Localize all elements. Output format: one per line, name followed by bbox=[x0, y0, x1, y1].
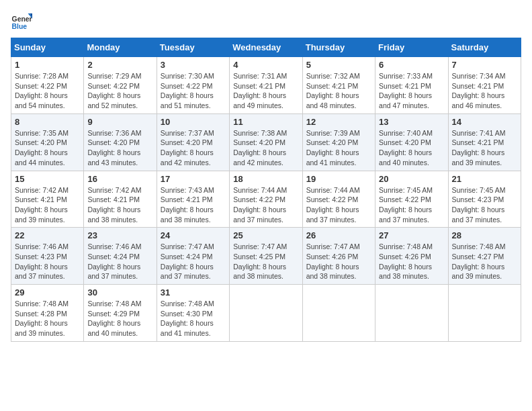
week-row-4: 22 Sunrise: 7:46 AMSunset: 4:23 PMDaylig… bbox=[11, 228, 521, 285]
day-number: 10 bbox=[161, 117, 226, 127]
calendar-table: SundayMondayTuesdayWednesdayThursdayFrid… bbox=[11, 38, 521, 342]
day-cell: 9 Sunrise: 7:36 AMSunset: 4:20 PMDayligh… bbox=[84, 113, 157, 171]
day-cell: 13 Sunrise: 7:40 AMSunset: 4:20 PMDaylig… bbox=[375, 113, 448, 171]
day-cell: 7 Sunrise: 7:34 AMSunset: 4:21 PMDayligh… bbox=[448, 57, 521, 114]
day-cell: 27 Sunrise: 7:48 AMSunset: 4:26 PMDaylig… bbox=[375, 228, 448, 285]
day-detail: Sunrise: 7:45 AMSunset: 4:22 PMDaylight:… bbox=[379, 185, 444, 225]
day-detail: Sunrise: 7:48 AMSunset: 4:27 PMDaylight:… bbox=[452, 242, 517, 281]
day-cell: 10 Sunrise: 7:37 AMSunset: 4:20 PMDaylig… bbox=[157, 113, 229, 171]
day-number: 7 bbox=[452, 60, 517, 70]
day-detail: Sunrise: 7:34 AMSunset: 4:21 PMDaylight:… bbox=[452, 71, 517, 111]
day-cell: 16 Sunrise: 7:42 AMSunset: 4:21 PMDaylig… bbox=[84, 171, 157, 228]
day-cell: 5 Sunrise: 7:32 AMSunset: 4:21 PMDayligh… bbox=[302, 57, 375, 114]
day-cell: 8 Sunrise: 7:35 AMSunset: 4:20 PMDayligh… bbox=[11, 113, 84, 171]
header-cell-tuesday: Tuesday bbox=[157, 38, 229, 57]
day-detail: Sunrise: 7:29 AMSunset: 4:22 PMDaylight:… bbox=[87, 71, 152, 111]
day-number: 19 bbox=[306, 174, 371, 184]
header-cell-thursday: Thursday bbox=[302, 38, 375, 57]
day-cell bbox=[302, 285, 375, 342]
week-row-3: 15 Sunrise: 7:42 AMSunset: 4:21 PMDaylig… bbox=[11, 171, 521, 228]
day-detail: Sunrise: 7:36 AMSunset: 4:20 PMDaylight:… bbox=[87, 128, 152, 168]
day-detail: Sunrise: 7:48 AMSunset: 4:29 PMDaylight:… bbox=[87, 299, 152, 338]
day-cell: 3 Sunrise: 7:30 AMSunset: 4:22 PMDayligh… bbox=[157, 57, 229, 114]
header-cell-friday: Friday bbox=[375, 38, 448, 57]
day-number: 2 bbox=[87, 60, 152, 70]
day-detail: Sunrise: 7:44 AMSunset: 4:22 PMDaylight:… bbox=[306, 185, 371, 225]
week-row-2: 8 Sunrise: 7:35 AMSunset: 4:20 PMDayligh… bbox=[11, 113, 521, 171]
day-number: 25 bbox=[233, 230, 298, 240]
svg-text:General: General bbox=[12, 15, 32, 23]
day-number: 27 bbox=[379, 230, 444, 240]
day-number: 29 bbox=[15, 287, 80, 298]
day-number: 16 bbox=[87, 174, 152, 184]
day-detail: Sunrise: 7:41 AMSunset: 4:21 PMDaylight:… bbox=[452, 128, 517, 168]
day-cell: 30 Sunrise: 7:48 AMSunset: 4:29 PMDaylig… bbox=[84, 285, 157, 342]
day-detail: Sunrise: 7:47 AMSunset: 4:24 PMDaylight:… bbox=[161, 242, 226, 281]
header-cell-wednesday: Wednesday bbox=[230, 38, 302, 57]
day-number: 31 bbox=[161, 287, 226, 298]
day-cell bbox=[230, 285, 302, 342]
day-number: 8 bbox=[15, 117, 80, 127]
day-detail: Sunrise: 7:47 AMSunset: 4:26 PMDaylight:… bbox=[306, 242, 371, 281]
day-number: 21 bbox=[452, 174, 517, 184]
day-detail: Sunrise: 7:38 AMSunset: 4:20 PMDaylight:… bbox=[233, 128, 298, 168]
day-number: 22 bbox=[15, 230, 80, 240]
svg-text:Blue: Blue bbox=[12, 23, 28, 30]
day-number: 1 bbox=[15, 60, 80, 70]
day-cell: 4 Sunrise: 7:31 AMSunset: 4:21 PMDayligh… bbox=[230, 57, 302, 114]
week-row-5: 29 Sunrise: 7:48 AMSunset: 4:28 PMDaylig… bbox=[11, 285, 521, 342]
day-number: 9 bbox=[87, 117, 152, 127]
day-detail: Sunrise: 7:42 AMSunset: 4:21 PMDaylight:… bbox=[15, 185, 80, 225]
day-detail: Sunrise: 7:43 AMSunset: 4:21 PMDaylight:… bbox=[161, 185, 226, 225]
day-number: 20 bbox=[379, 174, 444, 184]
header-cell-sunday: Sunday bbox=[11, 38, 84, 57]
day-detail: Sunrise: 7:30 AMSunset: 4:22 PMDaylight:… bbox=[161, 71, 226, 111]
day-cell: 19 Sunrise: 7:44 AMSunset: 4:22 PMDaylig… bbox=[302, 171, 375, 228]
day-cell: 21 Sunrise: 7:45 AMSunset: 4:23 PMDaylig… bbox=[448, 171, 521, 228]
day-detail: Sunrise: 7:44 AMSunset: 4:22 PMDaylight:… bbox=[233, 185, 298, 225]
day-cell: 1 Sunrise: 7:28 AMSunset: 4:22 PMDayligh… bbox=[11, 57, 84, 114]
day-number: 23 bbox=[87, 230, 152, 240]
day-number: 5 bbox=[306, 60, 371, 70]
day-detail: Sunrise: 7:40 AMSunset: 4:20 PMDaylight:… bbox=[379, 128, 444, 168]
day-cell: 14 Sunrise: 7:41 AMSunset: 4:21 PMDaylig… bbox=[448, 113, 521, 171]
day-detail: Sunrise: 7:35 AMSunset: 4:20 PMDaylight:… bbox=[15, 128, 80, 168]
day-detail: Sunrise: 7:46 AMSunset: 4:24 PMDaylight:… bbox=[87, 242, 152, 281]
day-number: 24 bbox=[161, 230, 226, 240]
header-cell-monday: Monday bbox=[84, 38, 157, 57]
day-cell: 25 Sunrise: 7:47 AMSunset: 4:25 PMDaylig… bbox=[230, 228, 302, 285]
day-cell: 23 Sunrise: 7:46 AMSunset: 4:24 PMDaylig… bbox=[84, 228, 157, 285]
day-cell: 6 Sunrise: 7:33 AMSunset: 4:21 PMDayligh… bbox=[375, 57, 448, 114]
day-detail: Sunrise: 7:45 AMSunset: 4:23 PMDaylight:… bbox=[452, 185, 517, 225]
day-cell: 2 Sunrise: 7:29 AMSunset: 4:22 PMDayligh… bbox=[84, 57, 157, 114]
day-detail: Sunrise: 7:48 AMSunset: 4:26 PMDaylight:… bbox=[379, 242, 444, 281]
day-detail: Sunrise: 7:47 AMSunset: 4:25 PMDaylight:… bbox=[233, 242, 298, 281]
day-cell: 12 Sunrise: 7:39 AMSunset: 4:20 PMDaylig… bbox=[302, 113, 375, 171]
day-number: 26 bbox=[306, 230, 371, 240]
day-number: 14 bbox=[452, 117, 517, 127]
day-number: 13 bbox=[379, 117, 444, 127]
day-cell: 11 Sunrise: 7:38 AMSunset: 4:20 PMDaylig… bbox=[230, 113, 302, 171]
day-number: 28 bbox=[452, 230, 517, 240]
header-row: SundayMondayTuesdayWednesdayThursdayFrid… bbox=[11, 38, 521, 57]
day-cell: 18 Sunrise: 7:44 AMSunset: 4:22 PMDaylig… bbox=[230, 171, 302, 228]
day-detail: Sunrise: 7:32 AMSunset: 4:21 PMDaylight:… bbox=[306, 71, 371, 111]
day-cell: 15 Sunrise: 7:42 AMSunset: 4:21 PMDaylig… bbox=[11, 171, 84, 228]
day-detail: Sunrise: 7:48 AMSunset: 4:30 PMDaylight:… bbox=[161, 299, 226, 338]
day-cell: 31 Sunrise: 7:48 AMSunset: 4:30 PMDaylig… bbox=[157, 285, 229, 342]
day-cell: 22 Sunrise: 7:46 AMSunset: 4:23 PMDaylig… bbox=[11, 228, 84, 285]
day-detail: Sunrise: 7:31 AMSunset: 4:21 PMDaylight:… bbox=[233, 71, 298, 111]
day-cell: 17 Sunrise: 7:43 AMSunset: 4:21 PMDaylig… bbox=[157, 171, 229, 228]
logo-icon: General Blue bbox=[11, 11, 32, 32]
day-number: 4 bbox=[233, 60, 298, 70]
day-number: 3 bbox=[161, 60, 226, 70]
day-number: 6 bbox=[379, 60, 444, 70]
day-cell: 20 Sunrise: 7:45 AMSunset: 4:22 PMDaylig… bbox=[375, 171, 448, 228]
day-number: 18 bbox=[233, 174, 298, 184]
day-detail: Sunrise: 7:39 AMSunset: 4:20 PMDaylight:… bbox=[306, 128, 371, 168]
day-number: 12 bbox=[306, 117, 371, 127]
header-cell-saturday: Saturday bbox=[448, 38, 521, 57]
day-cell: 26 Sunrise: 7:47 AMSunset: 4:26 PMDaylig… bbox=[302, 228, 375, 285]
day-cell: 29 Sunrise: 7:48 AMSunset: 4:28 PMDaylig… bbox=[11, 285, 84, 342]
day-detail: Sunrise: 7:42 AMSunset: 4:21 PMDaylight:… bbox=[87, 185, 152, 225]
